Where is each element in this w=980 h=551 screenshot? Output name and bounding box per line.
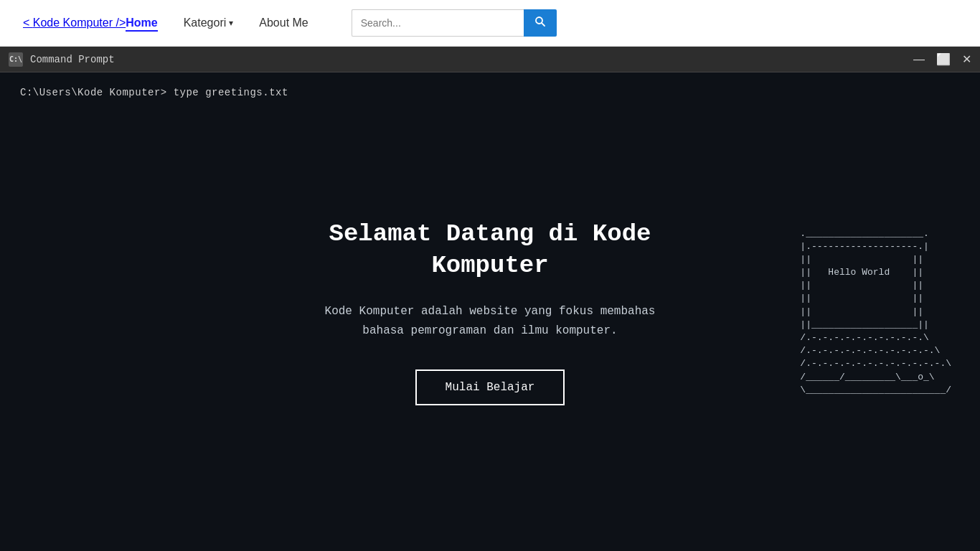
nav-links: Home Kategori ▾ About Me	[126, 17, 308, 29]
search-button[interactable]	[524, 9, 557, 37]
hero-title: Selamat Datang di Kode Komputer	[303, 218, 677, 281]
search-container	[352, 9, 557, 37]
nav-item-about[interactable]: About Me	[259, 17, 308, 29]
navbar: < Kode Komputer /> Home Kategori ▾ About…	[0, 0, 980, 47]
logo-prefix: <	[23, 17, 33, 29]
cmd-app-icon: C:\	[9, 52, 23, 67]
svg-line-1	[542, 23, 545, 26]
nav-item-kategori[interactable]: Kategori ▾	[184, 17, 234, 29]
minimize-button[interactable]: —	[913, 54, 925, 65]
close-button[interactable]: ✕	[962, 54, 971, 65]
hero-cta-button[interactable]: Mulai Belajar	[415, 369, 565, 405]
logo-brand: Kode Komputer	[33, 17, 113, 29]
hero-section: Selamat Datang di Kode Komputer Kode Kom…	[303, 218, 677, 405]
search-input[interactable]	[352, 9, 524, 37]
cmd-controls: — ⬜ ✕	[913, 54, 971, 65]
nav-item-home[interactable]: Home	[126, 17, 157, 29]
cmd-window: C:\ Command Prompt — ⬜ ✕ C:\Users\Kode K…	[0, 47, 980, 551]
ascii-art: ._____________________.|.---------------…	[800, 227, 951, 396]
nav-link-home[interactable]: Home	[126, 17, 157, 32]
maximize-button[interactable]: ⬜	[936, 54, 951, 65]
hero-description: Kode Komputer adalah website yang fokus …	[303, 302, 677, 341]
nav-logo[interactable]: < Kode Komputer />	[23, 17, 126, 29]
cmd-body: C:\Users\Kode Komputer> type greetings.t…	[0, 72, 980, 551]
chevron-down-icon: ▾	[229, 18, 233, 28]
nav-link-kategori[interactable]: Kategori ▾	[184, 17, 234, 29]
logo-suffix: />	[113, 17, 126, 29]
nav-link-about[interactable]: About Me	[259, 17, 308, 29]
cmd-prompt-line: C:\Users\Kode Komputer> type greetings.t…	[20, 87, 288, 98]
search-icon	[534, 16, 546, 30]
cmd-titlebar: C:\ Command Prompt — ⬜ ✕	[0, 47, 980, 72]
cmd-title: Command Prompt	[30, 54, 906, 65]
